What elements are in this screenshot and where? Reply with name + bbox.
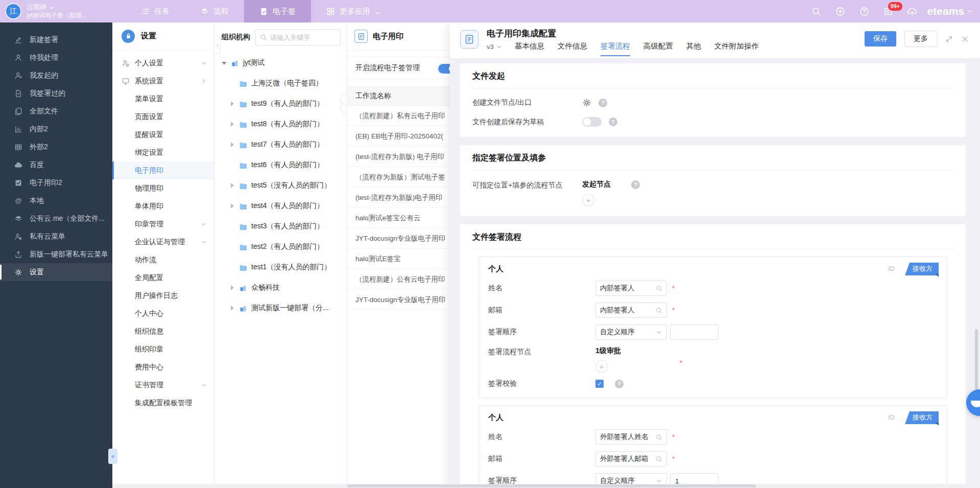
settings-item-费用中心[interactable]: 费用中心 — [112, 358, 214, 376]
tree-node-test4（有人员的部门）[interactable]: test4（有人员的部门） — [214, 196, 347, 216]
tree-right-arrow-icon[interactable] — [230, 203, 235, 208]
tree-node-test9（有人员的部门）[interactable]: test9（有人员的部门） — [214, 94, 347, 114]
help-icon[interactable]: ? — [631, 180, 640, 189]
tab-高级配置[interactable]: 高级配置 — [643, 41, 673, 56]
tree-node-test7（有人员的部门）[interactable]: test7（有人员的部门） — [214, 134, 347, 155]
help-icon[interactable]: ? — [609, 118, 617, 126]
tree-node-测试新版一键部署（分...[interactable]: 测试新版一键部署（分... — [214, 298, 347, 318]
flow-esign-toggle[interactable] — [438, 64, 450, 74]
sidebar-item-电子用印2[interactable]: 电子用印2 — [0, 174, 112, 192]
collapse-left-tab[interactable]: ‹ — [214, 36, 221, 54]
settings-item-集成配置模板管理[interactable]: 集成配置模板管理 — [112, 394, 214, 412]
help-icon[interactable]: ? — [615, 380, 624, 388]
settings-item-页面设置[interactable]: 页面设置 — [112, 108, 214, 126]
cloud-upload-icon[interactable] — [907, 7, 917, 16]
sidebar-item-全部文件[interactable]: 全部文件 — [0, 102, 112, 120]
tree-right-arrow-icon[interactable] — [230, 122, 235, 127]
settings-item-动作流[interactable]: 动作流 — [112, 251, 214, 269]
user-block[interactable]: 江雨婷 jyt测试电子签（新团... — [27, 3, 107, 19]
workflow-row[interactable]: （流程新建）公有云电子用印 — [347, 269, 450, 290]
sidebar-item-公有云.me（全部文件...[interactable]: 公有云.me（全部文件... — [0, 210, 112, 227]
workflow-row[interactable]: halo测试E签宝 — [347, 249, 450, 269]
sidebar-item-新建签署[interactable]: 新建签署 — [0, 31, 112, 49]
settings-item-个人中心[interactable]: 个人中心 — [112, 305, 214, 322]
sidebar-item-百度[interactable]: 百度 — [0, 156, 112, 174]
settings-item-物理用印[interactable]: 物理用印 — [112, 179, 214, 197]
sidebar-item-本地[interactable]: @本地 — [0, 192, 112, 210]
settings-item-个人设置[interactable]: 个人设置 — [112, 54, 214, 72]
settings-item-全局配置[interactable]: 全局配置 — [112, 269, 214, 287]
sidebar-item-内部2[interactable]: 内部2 — [0, 120, 112, 138]
nav-item-电子签[interactable]: 电子签 — [244, 0, 311, 22]
sign-order-select[interactable]: 自定义顺序 — [595, 473, 667, 484]
sidebar-item-新版一键部署私有云菜单[interactable]: 新版一键部署私有云菜单 — [0, 245, 112, 263]
workflow-row[interactable]: JYT-docusign专业版电子用印 — [347, 228, 450, 249]
sidebar-item-私有云菜单[interactable]: 私有云菜单 — [0, 227, 112, 245]
姓名-input[interactable]: 内部签署人 — [595, 281, 667, 296]
eteams-logo[interactable]: eteams — [927, 5, 973, 17]
workflow-row[interactable]: (test-流程存为新版) 电子用印 — [347, 147, 450, 167]
sidebar-item-我发起的[interactable]: 我发起的 — [0, 66, 112, 84]
tree-node-test2（有人员的部门）[interactable]: test2（有人员的部门） — [214, 237, 347, 257]
sign-order-number-input[interactable] — [670, 324, 719, 340]
settings-item-证书管理[interactable]: 证书管理 — [112, 376, 214, 394]
settings-item-组织信息[interactable]: 组织信息 — [112, 322, 214, 340]
plus-circle-icon[interactable] — [835, 7, 845, 16]
expand-icon[interactable] — [945, 35, 953, 43]
workflow-row[interactable]: （流程存为新版）测试电子签 — [347, 167, 450, 188]
settings-item-提醒设置[interactable]: 提醒设置 — [112, 126, 214, 144]
tree-right-arrow-icon[interactable] — [230, 101, 235, 106]
workflow-row[interactable]: (EB) EB电子用印-20250402( — [347, 126, 450, 147]
tree-right-arrow-icon[interactable] — [230, 306, 235, 311]
settings-item-组织印章[interactable]: 组织印章 — [112, 340, 214, 358]
gear-icon[interactable] — [582, 98, 591, 107]
help-icon[interactable]: ? — [599, 99, 607, 107]
sign-order-select[interactable]: 自定义顺序 — [595, 324, 667, 340]
tab-基本信息[interactable]: 基本信息 — [515, 41, 544, 56]
settings-item-电子用印[interactable]: 电子用印 — [112, 161, 214, 179]
collapse-sidebar-tab[interactable]: « — [108, 449, 117, 464]
save-button[interactable]: 保存 — [865, 31, 896, 47]
sidebar-item-外部2[interactable]: 外部2 — [0, 138, 112, 156]
tree-right-arrow-icon[interactable] — [230, 142, 235, 147]
add-node-button[interactable]: + — [595, 360, 608, 373]
sidebar-item-待我处理[interactable]: 待我处理 — [0, 49, 112, 66]
tree-node-test6（有人员的部门）[interactable]: test6（有人员的部门） — [214, 155, 347, 175]
tree-node-test1（没有人员的部门）[interactable]: test1（没有人员的部门） — [214, 257, 347, 277]
vertical-scrollbar[interactable] — [975, 329, 978, 390]
avatar[interactable]: 江 — [5, 3, 21, 19]
help-circle-icon[interactable] — [859, 7, 869, 16]
tab-其他[interactable]: 其他 — [686, 41, 701, 56]
org-search-input[interactable] — [270, 34, 336, 41]
save-draft-toggle[interactable] — [582, 117, 602, 127]
workflow-row[interactable]: （流程新建）私有云电子用印 — [347, 106, 450, 126]
tab-文件附加操作[interactable]: 文件附加操作 — [714, 41, 759, 56]
tree-down-arrow-icon[interactable] — [222, 60, 227, 65]
close-icon[interactable] — [961, 35, 969, 43]
sidebar-item-我签署过的[interactable]: 我签署过的 — [0, 84, 112, 102]
workflow-row[interactable]: JYT-docusign专业版电子用印 — [347, 290, 450, 310]
tree-right-arrow-icon[interactable] — [230, 183, 235, 188]
tab-签署流程[interactable]: 签署流程 — [601, 41, 630, 56]
邮箱-input[interactable]: 外部签署人邮箱 — [595, 451, 667, 467]
settings-item-绑定设置[interactable]: 绑定设置 — [112, 144, 214, 161]
message-icon[interactable]: 99+ — [883, 7, 893, 16]
settings-item-单体用印[interactable]: 单体用印 — [112, 197, 214, 215]
version-select[interactable]: v3 — [487, 43, 501, 51]
settings-item-印章管理[interactable]: 印章管理 — [112, 215, 214, 233]
tree-node-jyt测试[interactable]: jyt测试 — [214, 53, 347, 73]
settings-item-菜单设置[interactable]: 菜单设置 — [112, 90, 214, 108]
settings-item-系统设置[interactable]: 系统设置 — [112, 72, 214, 90]
horizontal-scrollbar[interactable] — [112, 484, 980, 488]
tab-文件信息[interactable]: 文件信息 — [558, 41, 587, 56]
tree-node-test3（有人员的部门）[interactable]: test3（有人员的部门） — [214, 216, 347, 237]
姓名-input[interactable]: 外部签署人姓名 — [595, 429, 667, 445]
tree-node-上海泛微（电子签四）[interactable]: 上海泛微（电子签四） — [214, 73, 347, 94]
nav-item-流程[interactable]: 流程 — [185, 0, 244, 22]
tree-node-众畅科技[interactable]: 众畅科技 — [214, 277, 347, 298]
nav-item-任务[interactable]: 任务 — [126, 0, 185, 22]
add-node-button[interactable]: + — [582, 194, 594, 206]
workflow-row[interactable]: (test-流程存为新版)电子用印 — [347, 188, 450, 208]
search-icon[interactable] — [811, 7, 821, 16]
tree-node-test8（有人员的部门）[interactable]: test8（有人员的部门） — [214, 114, 347, 134]
